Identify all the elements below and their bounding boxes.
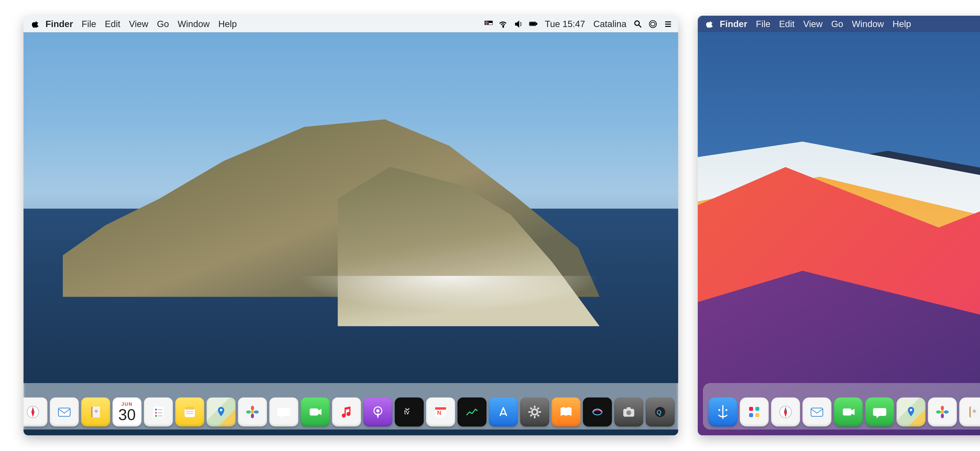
bigsur-wallpaper: [698, 16, 980, 435]
dock-news[interactable]: [426, 397, 455, 427]
dock-facetime[interactable]: [834, 397, 863, 427]
menu-help[interactable]: Help: [214, 16, 241, 32]
menu-edit[interactable]: Edit: [775, 16, 799, 32]
appstore-icon: [495, 404, 511, 420]
maps-icon: [213, 404, 229, 420]
dock-screenshot[interactable]: [614, 397, 643, 427]
input-flag-icon[interactable]: [484, 16, 493, 32]
catalina-wallpaper: [24, 16, 678, 435]
contacts-icon: [966, 404, 980, 420]
macos-catalina-screenshot: Finder File Edit View Go Window Help Tue…: [24, 16, 678, 435]
safari-icon: [25, 404, 41, 420]
dock-notes[interactable]: [175, 397, 204, 427]
dock-podcasts[interactable]: [363, 397, 392, 427]
dock-contacts[interactable]: [81, 397, 110, 427]
battery-icon[interactable]: [529, 16, 538, 32]
dock-books[interactable]: [552, 397, 581, 427]
dock-finder[interactable]: [708, 397, 737, 427]
dock-reminders[interactable]: [144, 397, 173, 427]
menu-go[interactable]: Go: [827, 16, 848, 32]
quicktime-icon: [652, 404, 668, 420]
podcasts-icon: [370, 404, 386, 420]
menubar: Finder File Edit View Go Window Help Tue…: [698, 16, 980, 32]
safari-icon: [778, 404, 794, 420]
music-icon: [339, 404, 354, 420]
dock-mail[interactable]: [802, 397, 831, 427]
stocks-icon: [464, 404, 480, 420]
dock-messages[interactable]: [269, 397, 298, 427]
dock-calendar[interactable]: JUN30: [113, 397, 142, 427]
menu-file[interactable]: File: [78, 16, 100, 32]
mail-icon: [809, 404, 825, 420]
menu-file[interactable]: File: [752, 16, 775, 32]
photos-icon: [934, 404, 950, 420]
news-icon: [433, 404, 449, 420]
notes-icon: [182, 404, 197, 420]
menu-view[interactable]: View: [799, 16, 827, 32]
menu-help[interactable]: Help: [888, 16, 915, 32]
menubar-app-name[interactable]: Finder: [41, 16, 78, 32]
macos-bigsur-screenshot: Finder File Edit View Go Window Help Tue…: [698, 16, 980, 435]
messages-icon: [872, 404, 888, 420]
menu-go[interactable]: Go: [153, 16, 173, 32]
dock-safari[interactable]: [24, 397, 48, 427]
dock-appstore[interactable]: [489, 397, 518, 427]
dock-music[interactable]: [332, 397, 361, 427]
messages-icon: [276, 404, 292, 420]
dock-contacts[interactable]: [959, 397, 980, 427]
dock-maps[interactable]: [897, 397, 926, 427]
apple-menu[interactable]: [704, 16, 715, 32]
tv-icon: [401, 404, 417, 420]
screenshot-icon: [621, 404, 636, 420]
wifi-icon[interactable]: [499, 16, 508, 32]
menubar: Finder File Edit View Go Window Help Tue…: [24, 16, 678, 32]
settings-icon: [527, 404, 542, 420]
dock-launchpad[interactable]: [740, 397, 769, 427]
dock-siri[interactable]: [583, 397, 612, 427]
dock-maps[interactable]: [207, 397, 235, 427]
dock-quicktime[interactable]: [646, 397, 675, 427]
dock-container: JUN30: [24, 383, 678, 429]
mail-icon: [56, 404, 72, 420]
spotlight-icon[interactable]: [633, 16, 643, 32]
calendar-day-label: 30: [118, 407, 136, 422]
menu-window[interactable]: Window: [173, 16, 214, 32]
menu-view[interactable]: View: [125, 16, 153, 32]
maps-icon: [903, 404, 919, 420]
reminders-icon: [151, 404, 166, 420]
siri-status-icon[interactable]: [648, 16, 657, 32]
menubar-app-name[interactable]: Finder: [715, 16, 752, 32]
siri-icon: [590, 404, 605, 420]
dock: JUN30: [703, 383, 980, 429]
dock-stocks[interactable]: [457, 397, 487, 427]
speaker-icon[interactable]: [514, 16, 523, 32]
dock-settings[interactable]: [520, 397, 549, 427]
dock-tv[interactable]: [395, 397, 424, 427]
account-name[interactable]: Catalina: [592, 16, 628, 32]
menu-window[interactable]: Window: [848, 16, 888, 32]
launchpad-icon: [746, 404, 762, 420]
apple-menu[interactable]: [29, 16, 41, 32]
facetime-icon: [307, 404, 323, 420]
clock-text[interactable]: Tue 15:47: [544, 16, 586, 32]
dock-mail[interactable]: [50, 397, 79, 427]
finder-icon: [715, 404, 731, 420]
dock-messages[interactable]: [865, 397, 894, 427]
dock-safari[interactable]: [771, 397, 800, 427]
menubar-status: Tue 15:47 Catalina: [484, 16, 672, 32]
dock: JUN30: [24, 383, 678, 429]
menu-edit[interactable]: Edit: [100, 16, 125, 32]
dock-container: JUN30: [698, 383, 980, 429]
dock-photos[interactable]: [928, 397, 957, 427]
books-icon: [558, 404, 574, 420]
contacts-icon: [88, 404, 103, 420]
dock-photos[interactable]: [238, 397, 267, 427]
photos-icon: [245, 404, 260, 420]
notification-center-icon[interactable]: [663, 16, 672, 32]
facetime-icon: [840, 404, 856, 420]
dock-facetime[interactable]: [301, 397, 330, 427]
